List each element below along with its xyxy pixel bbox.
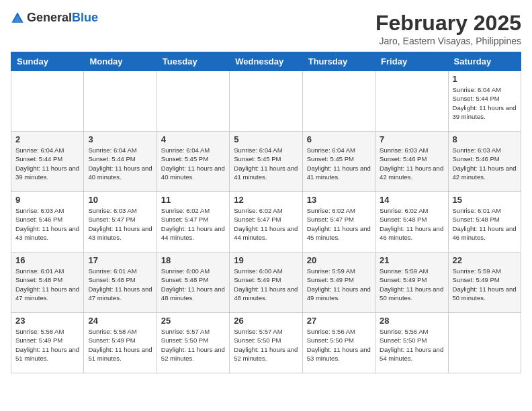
calendar-cell <box>11 71 84 132</box>
calendar-cell <box>375 71 448 132</box>
calendar-cell: 25Sunrise: 5:57 AM Sunset: 5:50 PM Dayli… <box>157 313 229 373</box>
day-number: 6 <box>307 134 371 144</box>
calendar-cell: 2Sunrise: 6:04 AM Sunset: 5:44 PM Daylig… <box>11 132 84 192</box>
day-number: 2 <box>15 134 79 144</box>
day-number: 21 <box>380 255 443 265</box>
day-number: 15 <box>453 195 517 205</box>
day-number: 28 <box>380 316 443 326</box>
day-number: 26 <box>234 316 298 326</box>
day-info: Sunrise: 5:57 AM Sunset: 5:50 PM Dayligh… <box>234 327 298 363</box>
day-info: Sunrise: 5:56 AM Sunset: 5:50 PM Dayligh… <box>307 327 371 363</box>
calendar-cell: 4Sunrise: 6:04 AM Sunset: 5:45 PM Daylig… <box>157 132 229 192</box>
day-number: 23 <box>15 316 79 326</box>
day-info: Sunrise: 6:02 AM Sunset: 5:47 PM Dayligh… <box>234 206 298 242</box>
calendar-cell <box>448 313 521 373</box>
logo-blue: Blue <box>72 11 98 24</box>
day-number: 16 <box>15 255 79 265</box>
calendar-cell: 8Sunrise: 6:03 AM Sunset: 5:46 PM Daylig… <box>448 132 521 192</box>
calendar-cell: 22Sunrise: 5:59 AM Sunset: 5:49 PM Dayli… <box>448 253 521 313</box>
calendar-cell: 14Sunrise: 6:02 AM Sunset: 5:48 PM Dayli… <box>375 192 448 253</box>
day-info: Sunrise: 6:03 AM Sunset: 5:46 PM Dayligh… <box>15 206 79 242</box>
weekday-header-tuesday: Tuesday <box>157 52 229 71</box>
day-number: 3 <box>88 134 152 144</box>
day-info: Sunrise: 6:04 AM Sunset: 5:45 PM Dayligh… <box>234 146 298 181</box>
calendar-cell: 9Sunrise: 6:03 AM Sunset: 5:46 PM Daylig… <box>11 192 84 253</box>
day-info: Sunrise: 6:04 AM Sunset: 5:44 PM Dayligh… <box>15 146 79 181</box>
day-number: 25 <box>161 316 225 326</box>
calendar-cell: 5Sunrise: 6:04 AM Sunset: 5:45 PM Daylig… <box>230 132 302 192</box>
week-row-1: 1Sunrise: 6:04 AM Sunset: 5:44 PM Daylig… <box>11 71 521 132</box>
calendar-cell: 12Sunrise: 6:02 AM Sunset: 5:47 PM Dayli… <box>230 192 302 253</box>
title-area: February 2025 Jaro, Eastern Visayas, Phi… <box>375 11 521 46</box>
day-info: Sunrise: 6:04 AM Sunset: 5:45 PM Dayligh… <box>307 146 371 181</box>
day-number: 14 <box>380 195 443 205</box>
calendar-cell: 27Sunrise: 5:56 AM Sunset: 5:50 PM Dayli… <box>302 313 375 373</box>
day-info: Sunrise: 5:58 AM Sunset: 5:49 PM Dayligh… <box>15 327 79 363</box>
day-info: Sunrise: 6:03 AM Sunset: 5:46 PM Dayligh… <box>380 146 443 181</box>
logo-general: General <box>27 11 72 24</box>
week-row-5: 23Sunrise: 5:58 AM Sunset: 5:49 PM Dayli… <box>11 313 521 373</box>
calendar-cell: 18Sunrise: 6:00 AM Sunset: 5:48 PM Dayli… <box>157 253 229 313</box>
calendar-cell: 26Sunrise: 5:57 AM Sunset: 5:50 PM Dayli… <box>230 313 302 373</box>
weekday-header-wednesday: Wednesday <box>230 52 302 71</box>
day-info: Sunrise: 6:03 AM Sunset: 5:46 PM Dayligh… <box>453 146 517 181</box>
day-info: Sunrise: 6:03 AM Sunset: 5:47 PM Dayligh… <box>88 206 152 242</box>
calendar-cell <box>302 71 375 132</box>
day-number: 12 <box>234 195 298 205</box>
day-info: Sunrise: 5:59 AM Sunset: 5:49 PM Dayligh… <box>380 267 443 302</box>
calendar-cell: 15Sunrise: 6:01 AM Sunset: 5:48 PM Dayli… <box>448 192 521 253</box>
day-number: 24 <box>88 316 152 326</box>
calendar-cell <box>230 71 302 132</box>
day-info: Sunrise: 5:59 AM Sunset: 5:49 PM Dayligh… <box>453 267 517 302</box>
day-info: Sunrise: 6:01 AM Sunset: 5:48 PM Dayligh… <box>453 206 517 242</box>
weekday-header-thursday: Thursday <box>302 52 375 71</box>
calendar-cell: 6Sunrise: 6:04 AM Sunset: 5:45 PM Daylig… <box>302 132 375 192</box>
day-info: Sunrise: 6:02 AM Sunset: 5:47 PM Dayligh… <box>307 206 371 242</box>
calendar-cell <box>84 71 157 132</box>
day-info: Sunrise: 6:00 AM Sunset: 5:48 PM Dayligh… <box>161 267 225 302</box>
day-info: Sunrise: 6:02 AM Sunset: 5:48 PM Dayligh… <box>380 206 443 242</box>
day-number: 7 <box>380 134 443 144</box>
weekday-header-row: SundayMondayTuesdayWednesdayThursdayFrid… <box>11 52 521 71</box>
logo-icon <box>11 11 24 25</box>
calendar-cell: 13Sunrise: 6:02 AM Sunset: 5:47 PM Dayli… <box>302 192 375 253</box>
day-number: 4 <box>161 134 225 144</box>
calendar-cell: 16Sunrise: 6:01 AM Sunset: 5:48 PM Dayli… <box>11 253 84 313</box>
weekday-header-friday: Friday <box>375 52 448 71</box>
calendar-cell: 7Sunrise: 6:03 AM Sunset: 5:46 PM Daylig… <box>375 132 448 192</box>
weekday-header-monday: Monday <box>84 52 157 71</box>
day-info: Sunrise: 6:00 AM Sunset: 5:49 PM Dayligh… <box>234 267 298 302</box>
calendar-cell: 23Sunrise: 5:58 AM Sunset: 5:49 PM Dayli… <box>11 313 84 373</box>
calendar-cell: 11Sunrise: 6:02 AM Sunset: 5:47 PM Dayli… <box>157 192 229 253</box>
day-number: 18 <box>161 255 225 265</box>
day-number: 1 <box>453 74 517 84</box>
day-info: Sunrise: 6:01 AM Sunset: 5:48 PM Dayligh… <box>88 267 152 302</box>
day-number: 19 <box>234 255 298 265</box>
week-row-4: 16Sunrise: 6:01 AM Sunset: 5:48 PM Dayli… <box>11 253 521 313</box>
day-number: 13 <box>307 195 371 205</box>
day-number: 9 <box>15 195 79 205</box>
calendar-cell: 28Sunrise: 5:56 AM Sunset: 5:50 PM Dayli… <box>375 313 448 373</box>
calendar-cell: 1Sunrise: 6:04 AM Sunset: 5:44 PM Daylig… <box>448 71 521 132</box>
day-number: 17 <box>88 255 152 265</box>
day-number: 5 <box>234 134 298 144</box>
day-info: Sunrise: 5:56 AM Sunset: 5:50 PM Dayligh… <box>380 327 443 363</box>
calendar-cell <box>157 71 229 132</box>
day-info: Sunrise: 6:04 AM Sunset: 5:45 PM Dayligh… <box>161 146 225 181</box>
calendar-cell: 24Sunrise: 5:58 AM Sunset: 5:49 PM Dayli… <box>84 313 157 373</box>
day-number: 27 <box>307 316 371 326</box>
calendar-table: SundayMondayTuesdayWednesdayThursdayFrid… <box>11 52 521 373</box>
logo: GeneralBlue <box>11 11 98 25</box>
calendar-cell: 10Sunrise: 6:03 AM Sunset: 5:47 PM Dayli… <box>84 192 157 253</box>
header: GeneralBlue February 2025 Jaro, Eastern … <box>11 11 521 46</box>
day-info: Sunrise: 5:59 AM Sunset: 5:49 PM Dayligh… <box>307 267 371 302</box>
day-number: 20 <box>307 255 371 265</box>
week-row-2: 2Sunrise: 6:04 AM Sunset: 5:44 PM Daylig… <box>11 132 521 192</box>
logo-text: GeneralBlue <box>27 11 98 25</box>
day-info: Sunrise: 6:04 AM Sunset: 5:44 PM Dayligh… <box>453 85 517 121</box>
month-title: February 2025 <box>375 11 521 36</box>
weekday-header-sunday: Sunday <box>11 52 84 71</box>
day-info: Sunrise: 6:04 AM Sunset: 5:44 PM Dayligh… <box>88 146 152 181</box>
calendar-cell: 19Sunrise: 6:00 AM Sunset: 5:49 PM Dayli… <box>230 253 302 313</box>
weekday-header-saturday: Saturday <box>448 52 521 71</box>
